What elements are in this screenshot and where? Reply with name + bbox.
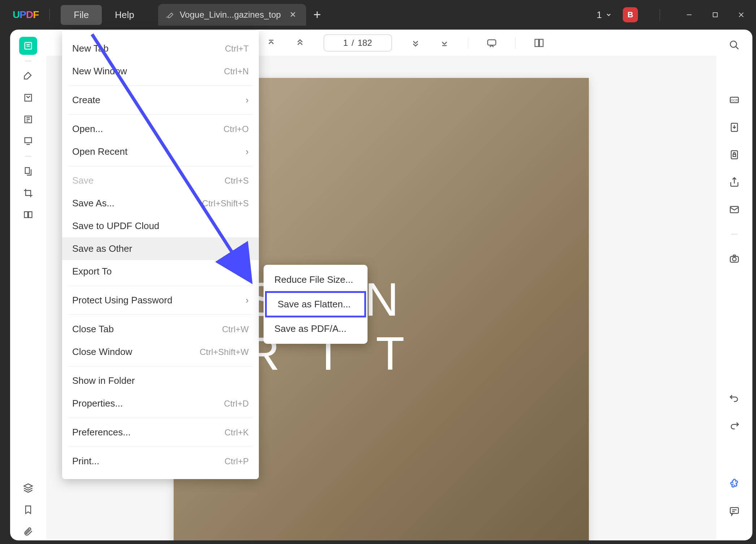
menu-close-window[interactable]: Close WindowCtrl+Shift+W	[62, 341, 259, 363]
menu-create[interactable]: Create›	[62, 89, 259, 111]
annotate-tool-icon[interactable]	[19, 89, 37, 107]
maximize-button[interactable]	[708, 7, 723, 22]
page-sep: /	[352, 38, 354, 48]
right-sidebar: OCR	[716, 30, 752, 540]
menu-properties[interactable]: Properties...Ctrl+D	[62, 392, 259, 415]
file-menu: New TabCtrl+T New WindowCtrl+N Create› O…	[62, 31, 259, 479]
chevron-right-icon: ›	[246, 95, 249, 106]
svg-rect-37	[730, 508, 739, 513]
separator	[515, 37, 516, 49]
comment-icon[interactable]	[729, 506, 740, 517]
separator	[69, 366, 252, 367]
tab-pencil-icon	[165, 10, 174, 19]
separator	[468, 37, 468, 49]
menu-open[interactable]: Open...Ctrl+O	[62, 118, 259, 140]
highlight-tool-icon[interactable]	[19, 67, 37, 85]
undo-icon[interactable]	[729, 392, 740, 403]
close-window-button[interactable]	[734, 7, 749, 22]
menu-show-folder[interactable]: Show in Folder	[62, 369, 259, 392]
chevron-right-icon: ›	[246, 243, 249, 254]
left-sidebar	[10, 30, 46, 540]
email-icon[interactable]	[729, 204, 740, 215]
svg-line-26	[736, 47, 739, 49]
chevron-right-icon: ›	[246, 295, 249, 306]
layers-icon[interactable]	[19, 479, 37, 497]
workspace-count: 1	[597, 9, 602, 21]
protect-icon[interactable]	[729, 149, 740, 160]
crop-tool-icon[interactable]	[19, 184, 37, 202]
divider	[49, 9, 50, 21]
titlebar-right: 1 B	[597, 7, 749, 22]
submenu-save-pdfa[interactable]: Save as PDF/A...	[264, 317, 368, 340]
redo-icon[interactable]	[729, 420, 740, 431]
last-page-icon[interactable]	[439, 38, 450, 48]
svg-text:OCR: OCR	[731, 98, 738, 102]
menu-export-to[interactable]: Export To›	[62, 260, 259, 283]
separator	[69, 286, 252, 286]
edit-tool-icon[interactable]	[19, 110, 37, 128]
tab-title: Vogue_Livin...gazines_top	[180, 10, 281, 20]
app-logo: UPDF	[13, 9, 39, 21]
first-page-icon[interactable]	[266, 38, 277, 48]
presentation-icon[interactable]	[486, 38, 497, 48]
svg-point-25	[730, 41, 737, 48]
save-as-other-submenu: Reduce File Size... Save as Flatten... S…	[264, 265, 368, 344]
next-page-icon[interactable]	[410, 38, 421, 48]
menu-new-tab[interactable]: New TabCtrl+T	[62, 37, 259, 60]
ai-assistant-icon[interactable]	[729, 478, 740, 489]
separator	[69, 166, 252, 166]
search-icon[interactable]	[729, 40, 740, 51]
attachment-icon[interactable]	[19, 522, 37, 540]
workspace-switcher[interactable]: 1	[597, 9, 612, 21]
menu-open-recent[interactable]: Open Recent›	[62, 140, 259, 163]
title-bar: UPDF File Help Vogue_Livin...gazines_top…	[0, 0, 756, 30]
ocr-icon[interactable]: OCR	[729, 95, 740, 105]
tab-close-button[interactable]: ✕	[287, 10, 299, 19]
menu-save-cloud[interactable]: Save to UPDF Cloud	[62, 215, 259, 237]
camera-icon[interactable]	[729, 253, 740, 264]
svg-rect-1	[713, 13, 717, 17]
separator	[69, 114, 252, 115]
menu-close-tab[interactable]: Close TabCtrl+W	[62, 318, 259, 341]
menu-print[interactable]: Print...Ctrl+P	[62, 450, 259, 473]
form-tool-icon[interactable]	[19, 132, 37, 150]
page-layout-icon[interactable]	[534, 38, 544, 48]
separator	[69, 85, 252, 86]
menu-protect[interactable]: Protect Using Password›	[62, 289, 259, 312]
menu-save-as[interactable]: Save As...Ctrl+Shift+S	[62, 192, 259, 215]
separator	[731, 234, 738, 234]
page-total: 182	[357, 38, 372, 48]
svg-rect-13	[25, 168, 30, 174]
svg-rect-15	[29, 212, 32, 218]
svg-point-36	[733, 257, 736, 261]
svg-rect-32	[733, 154, 736, 157]
menu-new-window[interactable]: New WindowCtrl+N	[62, 60, 259, 83]
svg-rect-22	[487, 40, 496, 45]
svg-rect-24	[539, 39, 543, 47]
prev-page-icon[interactable]	[295, 38, 305, 48]
organize-tool-icon[interactable]	[19, 162, 37, 180]
share-icon[interactable]	[729, 177, 740, 188]
separator	[69, 447, 252, 447]
page-number-input[interactable]: 1 / 182	[323, 34, 392, 52]
submenu-reduce-size[interactable]: Reduce File Size...	[264, 268, 368, 291]
user-avatar[interactable]: B	[623, 7, 638, 22]
menu-save: SaveCtrl+S	[62, 169, 259, 192]
submenu-save-flatten[interactable]: Save as Flatten...	[265, 291, 366, 317]
separator	[69, 418, 252, 418]
minimize-button[interactable]	[682, 7, 697, 22]
compare-tool-icon[interactable]	[19, 206, 37, 224]
svg-rect-12	[25, 138, 32, 143]
bookmark-icon[interactable]	[19, 501, 37, 519]
menu-file[interactable]: File	[61, 5, 102, 25]
menu-preferences[interactable]: Preferences...Ctrl+K	[62, 421, 259, 444]
menu-help[interactable]: Help	[102, 5, 147, 25]
convert-icon[interactable]	[729, 122, 740, 133]
add-tab-button[interactable]: +	[313, 7, 321, 22]
page-current: 1	[343, 38, 348, 48]
svg-marker-16	[24, 484, 32, 488]
document-tab[interactable]: Vogue_Livin...gazines_top ✕	[158, 4, 306, 26]
divider	[660, 9, 660, 21]
menu-save-as-other[interactable]: Save as Other›	[62, 237, 259, 260]
reader-mode-icon[interactable]	[19, 37, 37, 55]
